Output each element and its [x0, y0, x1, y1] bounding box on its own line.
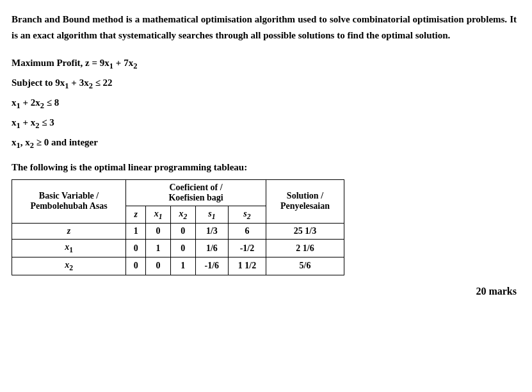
tableau-intro: The following is the optimal linear prog…	[12, 162, 517, 173]
val-z-x1: 0	[146, 224, 171, 240]
val-x2-x2: 1	[170, 257, 195, 275]
marks-value: 20 marks	[476, 286, 517, 297]
marks-line: 20 marks	[12, 286, 517, 297]
header-solution: Solution / Penyelesaian	[266, 179, 344, 224]
problem-section: Maximum Profit, z = 9x1 + 7x2 Subject to…	[12, 55, 517, 152]
val-x1-b: 2 1/6	[266, 240, 344, 257]
constraint-2-line: x1 + 2x2 ≤ 8	[12, 95, 517, 112]
val-x2-s2: 1 1/2	[229, 257, 266, 275]
header-coeficient: Coeficient of / Koefisien bagi	[126, 179, 266, 206]
col-label-x1: x1	[146, 206, 171, 224]
table-row: z 1 0 0 1/3 6 25 1/3	[12, 224, 344, 240]
val-x1-x2: 0	[170, 240, 195, 257]
col-label-s1: s1	[195, 206, 228, 224]
val-x2-x1: 0	[146, 257, 171, 275]
val-z-z: 1	[126, 224, 146, 240]
constraint-3-line: x1 + x2 ≤ 3	[12, 115, 517, 132]
subject-line: Subject to 9x1 + 3x2 ≤ 22	[12, 75, 517, 92]
col-label-z: z	[126, 206, 146, 224]
bv-z: z	[12, 224, 126, 240]
table-row: x2 0 0 1 -1/6 1 1/2 5/6	[12, 257, 344, 275]
constraint-4-line: x1, x2 ≥ 0 and integer	[12, 135, 517, 152]
col-label-s2: s2	[229, 206, 266, 224]
val-z-x2: 0	[170, 224, 195, 240]
bv-x2: x2	[12, 257, 126, 275]
val-x1-z: 0	[126, 240, 146, 257]
val-x1-x1: 1	[146, 240, 171, 257]
lp-tableau: Basic Variable / Pembolehubah Asas Coefi…	[12, 179, 344, 275]
header-basic-variable: Basic Variable / Pembolehubah Asas	[12, 179, 126, 224]
val-x1-s1: 1/6	[195, 240, 228, 257]
table-header-row: Basic Variable / Pembolehubah Asas Coefi…	[12, 179, 344, 206]
val-x2-s1: -1/6	[195, 257, 228, 275]
table-row: x1 0 1 0 1/6 -1/2 2 1/6	[12, 240, 344, 257]
objective-line: Maximum Profit, z = 9x1 + 7x2	[12, 55, 517, 72]
val-z-b: 25 1/3	[266, 224, 344, 240]
col-label-x2: x2	[170, 206, 195, 224]
val-x2-z: 0	[126, 257, 146, 275]
bv-x1: x1	[12, 240, 126, 257]
intro-paragraph: Branch and Bound method is a mathematica…	[12, 12, 517, 44]
val-z-s2: 6	[229, 224, 266, 240]
val-z-s1: 1/3	[195, 224, 228, 240]
val-x2-b: 5/6	[266, 257, 344, 275]
val-x1-s2: -1/2	[229, 240, 266, 257]
